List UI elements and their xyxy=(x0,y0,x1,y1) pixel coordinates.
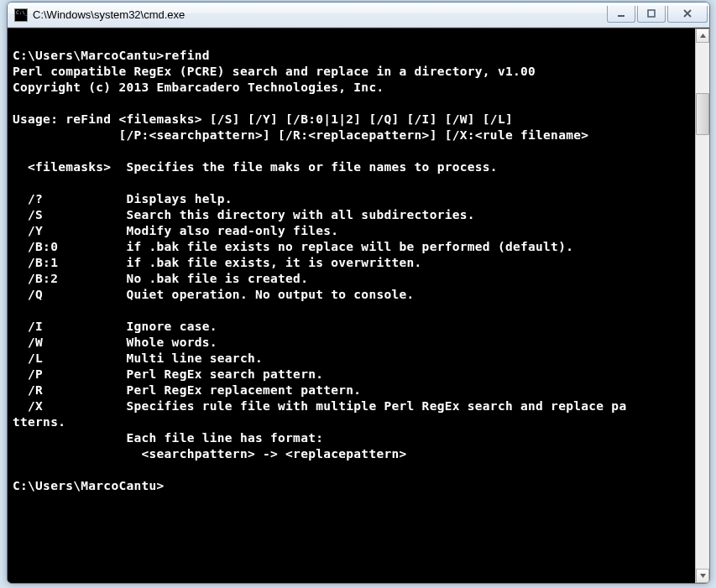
client-area: C:\Users\MarcoCantu>refind Perl compatib… xyxy=(8,28,709,583)
maximize-button[interactable] xyxy=(637,6,666,23)
console-output[interactable]: C:\Users\MarcoCantu>refind Perl compatib… xyxy=(8,29,695,583)
window-title: C:\Windows\system32\cmd.exe xyxy=(33,8,607,21)
scroll-up-button[interactable] xyxy=(696,29,709,43)
svg-rect-0 xyxy=(618,15,625,17)
scroll-track[interactable] xyxy=(696,43,709,569)
cmd-window: C:\Windows\system32\cmd.exe C:\Users\Mar… xyxy=(7,2,710,584)
scroll-thumb[interactable] xyxy=(696,93,709,135)
window-buttons xyxy=(607,6,708,23)
minimize-button[interactable] xyxy=(607,6,635,23)
svg-rect-1 xyxy=(648,10,655,17)
titlebar[interactable]: C:\Windows\system32\cmd.exe xyxy=(8,3,709,28)
cmd-icon xyxy=(14,8,28,22)
vertical-scrollbar[interactable] xyxy=(695,29,709,583)
scroll-down-button[interactable] xyxy=(696,569,709,583)
close-button[interactable] xyxy=(667,6,708,23)
